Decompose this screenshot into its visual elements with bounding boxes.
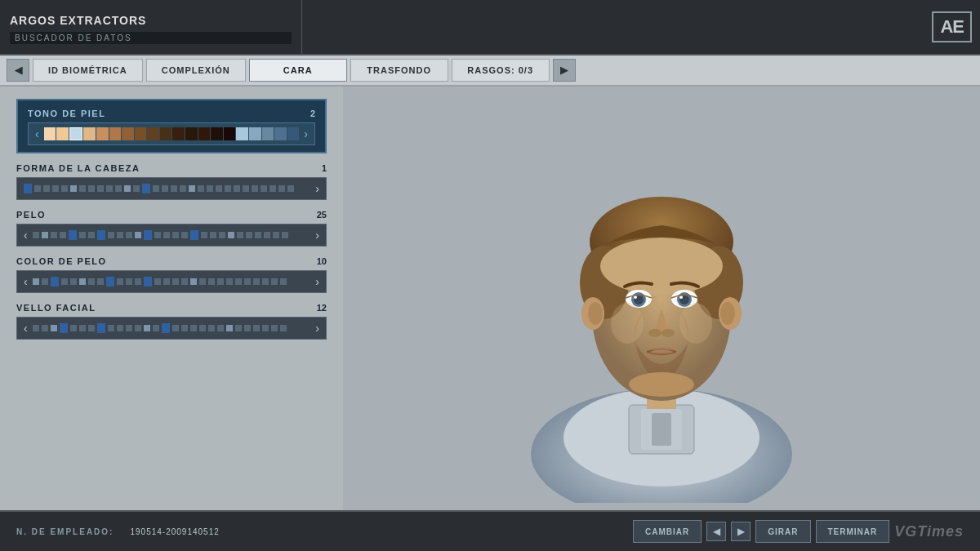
- character-display: [343, 87, 980, 510]
- pelo-dots: [33, 230, 311, 240]
- character-display-panel: [343, 87, 980, 510]
- svg-point-23: [588, 302, 603, 325]
- color-pelo-track[interactable]: ‹: [16, 270, 327, 293]
- pelo-section: PELO 25 ‹: [16, 210, 327, 247]
- tab-trasfondo[interactable]: TRASFONDO: [350, 59, 448, 82]
- color-pelo-section: COLOR DE PELO 10 ‹: [16, 256, 327, 293]
- pelo-right-arrow[interactable]: ›: [315, 229, 319, 242]
- svg-point-25: [720, 302, 735, 325]
- vello-facial-right-arrow[interactable]: ›: [315, 322, 319, 335]
- employee-value: 190514-2009140512: [130, 527, 219, 536]
- nav-right-btn[interactable]: ▶: [553, 59, 576, 82]
- pelo-value: 25: [317, 210, 327, 220]
- pelo-track[interactable]: ‹: [16, 224, 327, 247]
- vello-facial-value: 12: [317, 303, 327, 313]
- pelo-label: PELO: [16, 210, 46, 220]
- forma-cabeza-dots: [24, 184, 310, 193]
- vello-facial-section: VELLO FACIAL 12 ‹: [16, 303, 327, 340]
- tab-rasgos[interactable]: RASGOS: 0/3: [452, 59, 550, 82]
- forma-cabeza-track[interactable]: ›: [16, 177, 327, 200]
- svg-point-20: [662, 329, 675, 337]
- vgtimes-watermark: VGTimes: [894, 523, 964, 540]
- svg-point-21: [629, 372, 694, 397]
- svg-point-26: [611, 303, 644, 344]
- svg-point-27: [679, 303, 712, 344]
- tono-piel-track[interactable]: ‹: [28, 122, 315, 145]
- tono-piel-section: TONO DE PIEL 2 ‹: [16, 99, 327, 153]
- terminar-button[interactable]: TERMINAR: [816, 520, 890, 543]
- color-pelo-dots: [33, 277, 311, 287]
- forma-cabeza-label: FORMA DE LA CABEZA: [16, 163, 140, 173]
- ae-logo: AE: [932, 11, 972, 42]
- tono-piel-right-arrow[interactable]: ›: [304, 127, 308, 140]
- color-pelo-left-arrow[interactable]: ‹: [24, 275, 28, 288]
- bottom-bar: N. DE EMPLEADO: 190514-2009140512 CAMBIA…: [0, 510, 980, 551]
- character-svg: [498, 95, 825, 503]
- tab-cara[interactable]: CARA: [249, 59, 347, 82]
- tab-complexion[interactable]: COMPLEXIÓN: [146, 59, 246, 82]
- skin-tone-bar: [44, 127, 300, 140]
- vello-facial-dots: [33, 323, 311, 333]
- color-pelo-label: COLOR DE PELO: [16, 256, 107, 266]
- bottom-right-controls: CAMBIAR ◀ ▶ GIRAR TERMINAR VGTimes: [633, 520, 964, 543]
- app-subtitle: BUSCADOR DE DATOS: [10, 32, 292, 44]
- vello-facial-left-arrow[interactable]: ‹: [24, 322, 28, 335]
- app-header: ARGOS EXTRACTORS BUSCADOR DE DATOS: [0, 0, 302, 54]
- tono-piel-left-arrow[interactable]: ‹: [35, 127, 39, 140]
- employee-label: N. DE EMPLEADO:: [16, 527, 114, 536]
- svg-point-10: [600, 238, 723, 295]
- tab-biometrica[interactable]: ID BIOMÉTRICA: [33, 59, 143, 82]
- top-bar: ARGOS EXTRACTORS BUSCADOR DE DATOS AE: [0, 0, 980, 56]
- app-title: ARGOS EXTRACTORS: [10, 11, 292, 30]
- forma-cabeza-value: 1: [322, 163, 327, 173]
- prev-button[interactable]: ◀: [706, 522, 726, 541]
- left-panel: TONO DE PIEL 2 ‹: [0, 87, 343, 510]
- main-content: TONO DE PIEL 2 ‹: [0, 87, 980, 510]
- forma-cabeza-section: FORMA DE LA CABEZA 1: [16, 163, 327, 200]
- vello-facial-track[interactable]: ‹: [16, 317, 327, 340]
- tono-piel-value: 2: [310, 109, 315, 118]
- svg-point-19: [648, 329, 662, 337]
- color-pelo-value: 10: [317, 256, 327, 266]
- color-pelo-right-arrow[interactable]: ›: [315, 275, 319, 288]
- next-button[interactable]: ▶: [731, 522, 751, 541]
- svg-rect-4: [652, 413, 671, 446]
- pelo-left-arrow[interactable]: ‹: [24, 229, 28, 242]
- cambiar-button[interactable]: CAMBIAR: [633, 520, 702, 543]
- girar-button[interactable]: GIRAR: [755, 520, 810, 543]
- nav-left-btn[interactable]: ◀: [7, 59, 29, 82]
- nav-tabs: ◀ ID BIOMÉTRICA COMPLEXIÓN CARA TRASFOND…: [0, 56, 980, 87]
- forma-cabeza-right-arrow[interactable]: ›: [315, 182, 319, 195]
- vello-facial-label: VELLO FACIAL: [16, 303, 96, 313]
- tono-piel-label: TONO DE PIEL: [28, 109, 105, 118]
